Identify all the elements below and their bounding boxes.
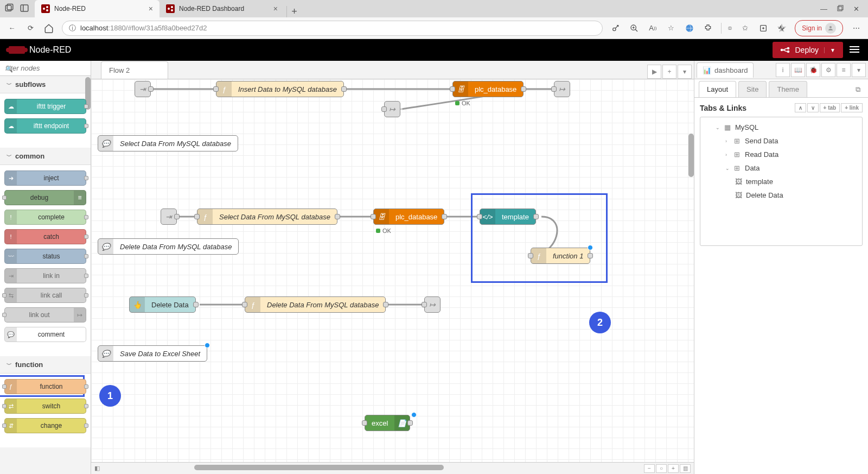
zoom-out-icon[interactable]: −: [644, 464, 655, 473]
canvas-scrollbar-horizontal[interactable]: [194, 465, 444, 470]
extensions-icon[interactable]: [703, 23, 713, 34]
palette-node-debug[interactable]: debug≡: [4, 190, 86, 205]
node-comment-save-excel[interactable]: 💬Save Data to Excel Sheet: [98, 345, 207, 362]
node-insert-data[interactable]: ƒInsert Data to MySQL database: [216, 81, 344, 97]
new-tab-button[interactable]: +: [286, 6, 302, 17]
node-link-in-2[interactable]: ⇥: [161, 208, 177, 225]
expand-icon[interactable]: ∧: [795, 103, 806, 112]
sidebar-more-icon[interactable]: ▾: [852, 63, 866, 77]
node-link-in[interactable]: ⇥: [135, 81, 151, 97]
palette-node-switch[interactable]: ⇄switch: [4, 399, 86, 414]
deploy-button[interactable]: Deploy ▼: [773, 42, 844, 58]
node-select-func[interactable]: ƒSelect Data From MySQL database: [197, 208, 337, 225]
close-icon[interactable]: ×: [273, 4, 278, 13]
sidebar-toggle-icon[interactable]: [20, 3, 30, 14]
canvas-scrollbar-vertical[interactable]: [688, 134, 694, 177]
map-toggle-icon[interactable]: ▥: [680, 464, 691, 473]
palette-node-link-in[interactable]: ⇥link in: [4, 268, 86, 283]
refresh-icon[interactable]: ⟳: [25, 23, 36, 34]
node-comment-delete[interactable]: 💬Delete Data From MySQL database: [98, 238, 239, 255]
comment-icon: 💬: [98, 239, 113, 254]
favorites-bar-icon[interactable]: ✩: [739, 23, 750, 34]
zoom-in-icon[interactable]: +: [668, 464, 679, 473]
flow-tab[interactable]: Flow 2: [101, 61, 168, 79]
palette-node-link-call[interactable]: ⇆link call: [4, 288, 86, 303]
palette-node-ifttt-trigger[interactable]: ☁ifttt trigger: [4, 99, 86, 114]
palette-node-inject[interactable]: ➜inject: [4, 170, 86, 186]
url-input[interactable]: ⓘ localhost:1880/#flow/31a5f8a0beed27d2: [62, 21, 603, 36]
sidebar-context-icon[interactable]: ≡: [837, 63, 851, 77]
url-host: localhost: [80, 24, 108, 32]
minimize-icon[interactable]: —: [820, 5, 827, 13]
canvas[interactable]: ⇥ ƒInsert Data to MySQL database 🗄plc_da…: [91, 79, 694, 462]
palette-node-ifttt-endpoint[interactable]: ☁ifttt endpoint: [4, 118, 86, 134]
image-icon: 🖼: [735, 178, 743, 186]
node-excel[interactable]: excel📄: [365, 415, 410, 431]
collapse-icon[interactable]: ∨: [807, 103, 819, 112]
close-icon[interactable]: ×: [149, 4, 153, 13]
palette-node-complete[interactable]: !complete: [4, 210, 86, 225]
node-plc-database-2[interactable]: 🗄plc_database OK: [373, 208, 444, 225]
sidebar-config-icon[interactable]: ⚙: [821, 63, 835, 77]
node-comment-select[interactable]: 💬Select Data From MySQL database: [98, 135, 238, 151]
key-icon[interactable]: [610, 23, 621, 34]
browser-tab-nodered[interactable]: Node-RED ×: [35, 0, 159, 17]
nav-toggle-icon[interactable]: ◧: [94, 465, 100, 472]
tree-widget-delete[interactable]: 🖼Delete Data: [700, 188, 862, 202]
zoom-icon[interactable]: [629, 23, 640, 34]
list-flows-icon[interactable]: ▶: [647, 65, 661, 79]
menu-icon[interactable]: [850, 46, 859, 55]
sidebar-debug-icon[interactable]: 🐞: [806, 63, 820, 77]
node-link-out[interactable]: ↦: [554, 81, 570, 97]
performance-icon[interactable]: [776, 23, 787, 34]
category-function[interactable]: ﹀function: [0, 356, 91, 374]
split-screen-icon[interactable]: [721, 23, 732, 34]
sidebar-tab-dashboard[interactable]: 📊 dashboard: [697, 62, 754, 78]
collections-icon[interactable]: [758, 23, 769, 34]
filter-input[interactable]: [4, 64, 86, 72]
more-icon[interactable]: ⋯: [851, 23, 861, 34]
palette-node-function[interactable]: ƒfunction: [4, 379, 86, 394]
add-link-button[interactable]: + link: [841, 103, 863, 112]
palette-filter[interactable]: 🔍: [0, 61, 91, 76]
back-icon[interactable]: ←: [7, 23, 17, 34]
palette-node-link-out[interactable]: link out↦: [4, 307, 86, 323]
extension-globe-icon[interactable]: [684, 23, 695, 34]
favorite-icon[interactable]: ☆: [666, 23, 676, 34]
signin-button[interactable]: Sign in: [795, 20, 843, 36]
site-info-icon[interactable]: ⓘ: [69, 23, 76, 33]
close-window-icon[interactable]: ✕: [853, 5, 859, 13]
tree-group-data[interactable]: ⌄⊞Data: [700, 161, 862, 175]
node-delete-data-button[interactable]: 👆Delete Data: [129, 296, 196, 313]
maximize-icon[interactable]: [837, 5, 844, 13]
browser-tab-dashboard[interactable]: Node-RED Dashboard ×: [159, 0, 284, 17]
subtab-layout[interactable]: Layout: [699, 81, 736, 97]
tree-widget-template[interactable]: 🖼template: [700, 175, 862, 188]
node-link-out-2[interactable]: ↦: [384, 101, 400, 117]
tree-group-send[interactable]: ›⊞Send Data: [700, 134, 862, 148]
add-flow-icon[interactable]: +: [662, 65, 676, 79]
node-link-out-3[interactable]: ↦: [424, 296, 441, 313]
deploy-dropdown-icon[interactable]: ▼: [824, 47, 835, 53]
category-common[interactable]: ﹀common: [0, 148, 91, 165]
palette-node-comment[interactable]: 💬comment: [4, 327, 86, 342]
subtab-theme[interactable]: Theme: [769, 81, 807, 97]
node-delete-func[interactable]: ƒDelete Data From MySQL database: [245, 296, 386, 313]
node-plc-database-1[interactable]: 🗄plc_database OK: [452, 81, 524, 97]
flow-menu-icon[interactable]: ▾: [678, 65, 692, 79]
category-subflows[interactable]: ﹀subflows: [0, 76, 91, 93]
palette-node-status[interactable]: 〰status: [4, 249, 86, 264]
palette-node-catch[interactable]: !catch: [4, 229, 86, 244]
palette-node-change[interactable]: ⇵change: [4, 418, 86, 433]
tree-group-read[interactable]: ›⊞Read Data: [700, 148, 862, 161]
read-aloud-icon[interactable]: A)): [647, 23, 658, 34]
sidebar-help-icon[interactable]: 📖: [791, 63, 805, 77]
database-icon: 🗄: [374, 209, 389, 224]
sidebar-info-icon[interactable]: i: [776, 63, 790, 77]
zoom-reset-icon[interactable]: ○: [656, 464, 667, 473]
add-tab-button[interactable]: + tab: [820, 103, 840, 112]
home-icon[interactable]: [43, 23, 54, 34]
subtab-site[interactable]: Site: [738, 81, 767, 97]
tree-tab-mysql[interactable]: ⌄▦MySQL: [700, 121, 862, 134]
open-dashboard-icon[interactable]: ⧉: [852, 82, 864, 97]
